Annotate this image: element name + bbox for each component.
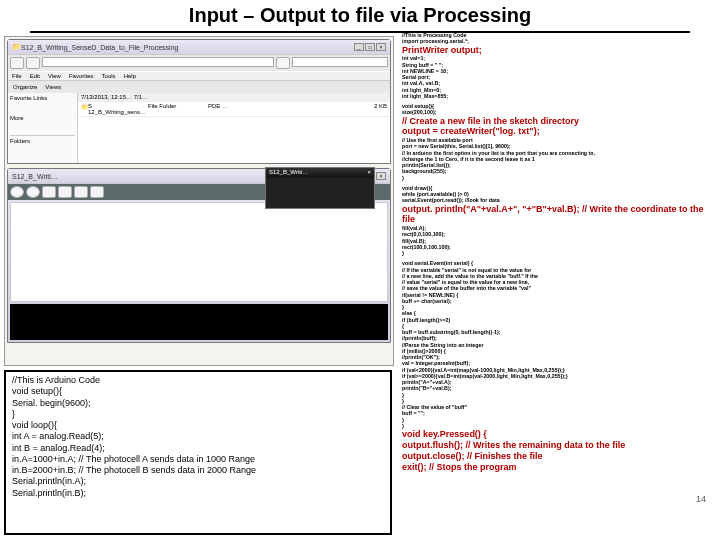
forward-button[interactable] <box>26 57 40 69</box>
close-button[interactable]: × <box>376 43 386 51</box>
code-line: void key.Pressed() { <box>402 429 714 440</box>
code-line: int B = analog.Read(4); <box>12 443 384 454</box>
code-line: Serial. begin(9600); <box>12 398 384 409</box>
export-button[interactable] <box>90 186 104 198</box>
minimize-button[interactable]: _ <box>354 43 364 51</box>
code-line: Serial.println(in.A); <box>12 476 384 487</box>
code-line: //This is Arduino Code <box>12 375 384 386</box>
folders-label[interactable]: Folders <box>10 135 75 144</box>
code-line: } <box>12 409 384 420</box>
file-size: 2 KB <box>374 103 387 115</box>
open-button[interactable] <box>58 186 72 198</box>
organize-button[interactable]: Organize <box>10 83 40 91</box>
menu-tools[interactable]: Tools <box>102 73 116 79</box>
page-number: 14 <box>696 494 706 504</box>
file-browser-screenshot: 📁 S12_B_Writing_SenseD_Data_to_File_Proc… <box>4 36 394 366</box>
sidebar: Favorite Links More Folders <box>8 93 78 163</box>
col-date: 7/13/2013, 12:15… 7/1… <box>81 94 387 100</box>
menu-file[interactable]: File <box>12 73 22 79</box>
menu-view[interactable]: View <box>48 73 61 79</box>
stop-button[interactable] <box>26 186 40 198</box>
code-line: in.B=2000+in.B; // The photocell B sends… <box>12 465 384 476</box>
menu-help[interactable]: Help <box>124 73 136 79</box>
favorite-links-label: Favorite Links <box>10 95 75 101</box>
folder-icon: 📁 <box>12 43 21 51</box>
run-button[interactable] <box>10 186 24 198</box>
code-line: output.flush(); // Writes the remaining … <box>402 440 714 451</box>
menu-bar: File Edit View Favorites Tools Help <box>8 71 390 80</box>
file-name: S 12_B_Writing_sens… <box>88 103 148 115</box>
file-type: File Folder <box>148 103 208 115</box>
processing-code-box: //This is Processing Code import process… <box>400 30 716 538</box>
window-title: S12_B_Writing_SenseD_Data_to_File_Proces… <box>21 44 354 51</box>
sketch-canvas <box>266 178 374 208</box>
explorer-window: 📁 S12_B_Writing_SenseD_Data_to_File_Proc… <box>7 39 391 164</box>
refresh-button[interactable] <box>276 57 290 69</box>
file-ext: PDE … <box>208 103 228 115</box>
code-line: // Create a new file in the sketch direc… <box>402 116 714 127</box>
code-line: int A = analog.Read(5); <box>12 431 384 442</box>
code-line: output.close(); // Finishes the file <box>402 451 714 462</box>
menu-favorites[interactable]: Favorites <box>69 73 94 79</box>
code-line: void setup(){ <box>12 386 384 397</box>
back-button[interactable] <box>10 57 24 69</box>
table-row[interactable]: 📁 S 12_B_Writing_sens… File Folder PDE …… <box>78 102 390 117</box>
code-line: output = createWriter("log. txt"); <box>402 126 714 137</box>
code-line: exit(); // Stops the program <box>402 462 714 473</box>
code-line: output. println("A"+val.A+", "+"B"+val.B… <box>402 204 714 226</box>
views-button[interactable]: Views <box>42 83 64 91</box>
output-sketch-window: S12_B_Writi… × <box>265 167 375 209</box>
editor-area[interactable] <box>10 202 388 302</box>
code-line: PrintWriter output; <box>402 45 714 56</box>
arduino-code-box: //This is Arduino Code void setup(){ Ser… <box>4 370 392 535</box>
console-area <box>10 304 388 340</box>
code-line: in.A=1000+in.A; // The photocell A sends… <box>12 454 384 465</box>
save-button[interactable] <box>74 186 88 198</box>
sketch-win-title: S12_B_Writi… <box>269 169 308 177</box>
close-icon[interactable]: × <box>367 169 371 177</box>
command-bar: Organize Views <box>8 80 390 93</box>
explorer-titlebar: 📁 S12_B_Writing_SenseD_Data_to_File_Proc… <box>8 40 390 54</box>
folder-icon: 📁 <box>81 103 88 115</box>
menu-edit[interactable]: Edit <box>30 73 40 79</box>
nav-toolbar <box>8 54 390 71</box>
code-line: Serial.println(in.B); <box>12 488 384 499</box>
file-list: 7/13/2013, 12:15… 7/1… 📁 S 12_B_Writing_… <box>78 93 390 163</box>
search-box[interactable] <box>292 57 388 67</box>
code-line: void loop(){ <box>12 420 384 431</box>
more-link[interactable]: More <box>10 115 75 121</box>
maximize-button[interactable]: □ <box>365 43 375 51</box>
page-title: Input – Output to file via Processing <box>30 0 690 33</box>
new-button[interactable] <box>42 186 56 198</box>
close-button[interactable]: × <box>376 172 386 180</box>
address-bar[interactable] <box>42 57 274 67</box>
